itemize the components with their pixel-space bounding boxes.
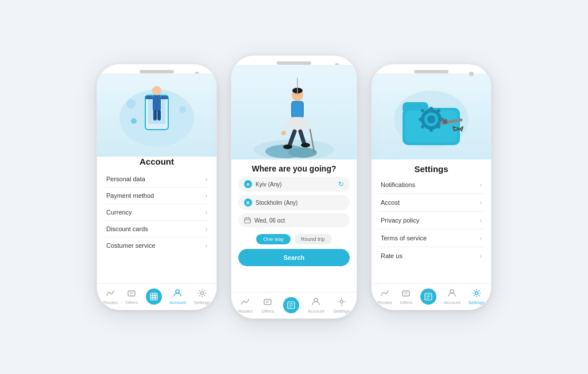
svg-point-36 bbox=[314, 298, 318, 302]
destination-dot: B bbox=[244, 198, 252, 207]
menu-item-personal-data[interactable]: Personal data › bbox=[104, 171, 210, 188]
account-menu-list: Personal data › Payment method › Currenc… bbox=[97, 171, 216, 283]
search-button[interactable]: Search bbox=[238, 249, 350, 266]
svg-point-11 bbox=[131, 118, 137, 124]
nav-offers[interactable]: Offers bbox=[262, 296, 274, 314]
settings-item-rate-us[interactable]: Rate us › bbox=[378, 247, 484, 264]
settings-item-accost[interactable]: Accost › bbox=[378, 194, 484, 212]
nav-offers[interactable]: Offers bbox=[126, 287, 138, 305]
menu-item-currency[interactable]: Currency › bbox=[104, 204, 210, 221]
svg-rect-6 bbox=[157, 110, 161, 120]
calendar-icon bbox=[244, 217, 251, 224]
refresh-icon[interactable]: ↻ bbox=[338, 180, 344, 188]
menu-item-discount-cards[interactable]: Discount cards › bbox=[104, 221, 210, 237]
phone3-illustration bbox=[372, 73, 491, 159]
ticket-icon-circle bbox=[146, 289, 162, 305]
chevron-icon: › bbox=[206, 209, 207, 216]
round-trip-button[interactable]: Round trip bbox=[294, 234, 332, 244]
destination-input-row[interactable]: B Stockholm (Any) bbox=[238, 195, 350, 210]
settings-icon-active bbox=[471, 287, 482, 299]
ticket-icon-circle bbox=[420, 289, 436, 305]
nav-account[interactable]: Account bbox=[169, 287, 186, 305]
nav-account[interactable]: Account bbox=[308, 296, 324, 314]
phone1-title: Account bbox=[97, 157, 216, 166]
chevron-icon: › bbox=[206, 226, 207, 232]
one-way-button[interactable]: One way bbox=[256, 234, 291, 244]
chevron-icon: › bbox=[480, 235, 482, 241]
svg-rect-4 bbox=[153, 95, 161, 111]
account-icon bbox=[446, 287, 458, 299]
phone1-illustration bbox=[97, 73, 216, 157]
svg-point-3 bbox=[152, 86, 161, 95]
chevron-icon: › bbox=[480, 217, 482, 224]
chevron-icon: › bbox=[206, 176, 207, 182]
phone-camera bbox=[469, 72, 474, 76]
phone-search: Where are you going? A Kyiv (Any) ↻ B St… bbox=[231, 55, 357, 319]
settings-item-privacy-policy[interactable]: Privacy policy › bbox=[378, 212, 484, 229]
nav-routes[interactable]: Routes bbox=[378, 287, 392, 305]
settings-icon bbox=[336, 296, 347, 307]
destination-value: Stockholm (Any) bbox=[256, 200, 297, 206]
svg-rect-47 bbox=[419, 118, 423, 121]
chevron-icon: › bbox=[206, 193, 207, 199]
svg-rect-7 bbox=[145, 96, 153, 99]
search-form: A Kyiv (Any) ↻ B Stockholm (Any) Wed, 06… bbox=[231, 177, 357, 292]
svg-line-25 bbox=[303, 119, 310, 130]
svg-rect-45 bbox=[430, 107, 433, 111]
origin-dot: A bbox=[244, 180, 252, 188]
phone1-content: Account Personal data › Payment method ›… bbox=[97, 73, 216, 310]
svg-point-37 bbox=[340, 301, 343, 303]
chevron-icon: › bbox=[206, 243, 207, 249]
routes-icon bbox=[105, 287, 116, 299]
account-icon bbox=[310, 296, 322, 307]
nav-routes[interactable]: Routes bbox=[103, 287, 118, 305]
phone3-title: Settings bbox=[372, 159, 491, 176]
menu-item-costumer-service[interactable]: Costumer service › bbox=[104, 237, 210, 254]
svg-point-30 bbox=[301, 143, 310, 147]
phone3-bottom-nav: Routes Offers Account bbox=[372, 283, 491, 310]
settings-item-notifications[interactable]: Notifications › bbox=[378, 176, 484, 194]
settings-list: Notifications › Accost › Privacy policy … bbox=[372, 176, 491, 283]
svg-rect-12 bbox=[128, 291, 135, 296]
phone1-bottom-nav: Routes Offers Account bbox=[97, 283, 216, 310]
date-input-row[interactable]: Wed, 06 oct bbox=[238, 213, 350, 227]
svg-rect-46 bbox=[430, 127, 433, 132]
svg-rect-55 bbox=[403, 291, 409, 296]
svg-point-57 bbox=[450, 290, 454, 293]
svg-rect-34 bbox=[264, 299, 271, 305]
nav-settings[interactable]: Settings bbox=[333, 296, 350, 314]
svg-point-9 bbox=[126, 99, 136, 108]
nav-routes[interactable]: Routes bbox=[238, 296, 253, 314]
nav-offers[interactable]: Offers bbox=[400, 287, 413, 305]
nav-ticket-active[interactable] bbox=[146, 289, 162, 305]
menu-item-payment-method[interactable]: Payment method › bbox=[104, 188, 210, 204]
phone2-bottom-nav: Routes Offers Account bbox=[231, 292, 357, 318]
settings-item-terms[interactable]: Terms of service › bbox=[378, 229, 484, 247]
phone-account: Account Personal data › Payment method ›… bbox=[96, 64, 217, 310]
svg-point-15 bbox=[200, 292, 203, 295]
nav-account[interactable]: Account bbox=[444, 287, 461, 305]
origin-value: Kyiv (Any) bbox=[256, 181, 282, 188]
phone2-content: Where are you going? A Kyiv (Any) ↻ B St… bbox=[231, 65, 357, 318]
svg-point-29 bbox=[283, 145, 292, 149]
account-icon bbox=[172, 287, 183, 299]
svg-point-31 bbox=[281, 131, 286, 135]
svg-rect-5 bbox=[153, 110, 157, 120]
nav-ticket[interactable] bbox=[420, 289, 436, 305]
routes-icon bbox=[379, 287, 390, 299]
nav-settings-active[interactable]: Settings bbox=[468, 287, 485, 305]
offers-icon bbox=[262, 296, 273, 307]
chevron-icon: › bbox=[480, 182, 482, 188]
settings-icon bbox=[196, 287, 208, 299]
phone-settings: Settings Notifications › Accost › Privac… bbox=[371, 64, 492, 310]
nav-ticket[interactable] bbox=[283, 297, 299, 313]
origin-input-row[interactable]: A Kyiv (Any) ↻ bbox=[238, 177, 350, 192]
svg-point-10 bbox=[179, 106, 186, 113]
svg-line-24 bbox=[284, 119, 292, 133]
svg-point-18 bbox=[288, 147, 317, 158]
routes-icon bbox=[239, 296, 251, 307]
svg-rect-33 bbox=[245, 218, 250, 223]
svg-point-14 bbox=[176, 290, 179, 293]
nav-settings[interactable]: Settings bbox=[194, 287, 210, 305]
svg-rect-13 bbox=[150, 293, 157, 300]
